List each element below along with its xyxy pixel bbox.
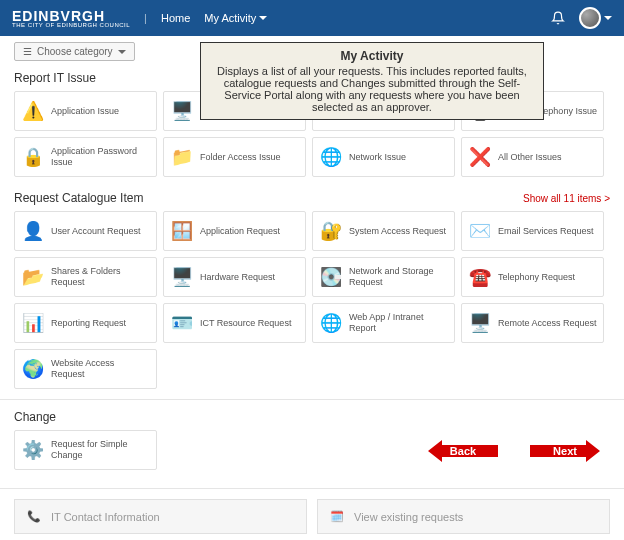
nav-my-activity[interactable]: My Activity <box>204 12 267 24</box>
change-label: Request for Simple Change <box>51 439 150 461</box>
footer-view-existing-label: View existing requests <box>354 511 463 523</box>
request-icon: 🌍 <box>21 357 45 381</box>
report-label: Network Issue <box>349 152 406 163</box>
app-header: EDINBVRGH THE CITY OF EDINBURGH COUNCIL … <box>0 0 624 36</box>
report-icon: ⚠️ <box>21 99 45 123</box>
back-label: Back <box>450 445 476 457</box>
report-card[interactable]: 🔒Application Password Issue <box>14 137 157 177</box>
list-icon: 🗓️ <box>330 510 344 523</box>
request-label: System Access Request <box>349 226 446 237</box>
next-label: Next <box>553 445 577 457</box>
request-label: ICT Resource Request <box>200 318 291 329</box>
request-icon: 📂 <box>21 265 45 289</box>
request-icon: 🌐 <box>319 311 343 335</box>
request-label: Application Request <box>200 226 280 237</box>
request-card[interactable]: 🌍Website Access Request <box>14 349 157 389</box>
request-card[interactable]: 🖥️Hardware Request <box>163 257 306 297</box>
avatar <box>579 7 601 29</box>
request-icon: 🔐 <box>319 219 343 243</box>
request-label: Network and Storage Request <box>349 266 448 288</box>
request-label: User Account Request <box>51 226 141 237</box>
section-request: Request Catalogue Item Show all 11 items… <box>0 187 624 399</box>
request-label: Website Access Request <box>51 358 150 380</box>
show-all-link[interactable]: Show all 11 items > <box>523 193 610 204</box>
request-card[interactable]: 🌐Web App / Intranet Report <box>312 303 455 343</box>
request-card[interactable]: 👤User Account Request <box>14 211 157 251</box>
request-icon: ☎️ <box>468 265 492 289</box>
request-icon: 🪪 <box>170 311 194 335</box>
caret-down-icon <box>259 16 267 20</box>
request-label: Reporting Request <box>51 318 126 329</box>
user-menu[interactable] <box>579 7 612 29</box>
lines-icon: ☰ <box>23 46 32 57</box>
tooltip-body: Displays a list of all your requests. Th… <box>209 65 535 113</box>
request-card[interactable]: ☎️Telephony Request <box>461 257 604 297</box>
next-button[interactable]: Next <box>530 440 600 462</box>
section-title-change: Change <box>14 410 56 424</box>
report-icon: 🔒 <box>21 145 45 169</box>
request-icon: 👤 <box>21 219 45 243</box>
logo: EDINBVRGH THE CITY OF EDINBURGH COUNCIL <box>12 8 130 28</box>
request-card[interactable]: 🖥️Remote Access Request <box>461 303 604 343</box>
header-right <box>551 7 612 29</box>
request-card[interactable]: 🔐System Access Request <box>312 211 455 251</box>
back-button[interactable]: Back <box>428 440 498 462</box>
request-label: Web App / Intranet Report <box>349 312 448 334</box>
change-icon: ⚙️ <box>21 438 45 462</box>
request-card[interactable]: 📂Shares & Folders Request <box>14 257 157 297</box>
main-nav: | Home My Activity <box>144 12 267 24</box>
footer-row: 📞 IT Contact Information 🗓️ View existin… <box>0 488 624 540</box>
report-label: Application Issue <box>51 106 119 117</box>
section-title-report: Report IT Issue <box>14 71 96 85</box>
nav-separator: | <box>144 12 147 24</box>
report-label: Folder Access Issue <box>200 152 281 163</box>
request-label: Telephony Request <box>498 272 575 283</box>
request-icon: 🖥️ <box>170 265 194 289</box>
caret-down-icon <box>604 16 612 20</box>
report-icon: ❌ <box>468 145 492 169</box>
report-card[interactable]: ❌All Other Issues <box>461 137 604 177</box>
report-label: Application Password Issue <box>51 146 150 168</box>
nav-my-activity-label: My Activity <box>204 12 256 24</box>
bell-icon[interactable] <box>551 11 565 25</box>
category-label: Choose category <box>37 46 113 57</box>
footer-view-existing[interactable]: 🗓️ View existing requests <box>317 499 610 534</box>
change-card[interactable]: ⚙️Request for Simple Change <box>14 430 157 470</box>
report-card[interactable]: 📁Folder Access Issue <box>163 137 306 177</box>
request-card[interactable]: 🪪ICT Resource Request <box>163 303 306 343</box>
footer-contact-label: IT Contact Information <box>51 511 160 523</box>
request-card[interactable]: 📊Reporting Request <box>14 303 157 343</box>
category-dropdown[interactable]: ☰ Choose category <box>14 42 135 61</box>
tooltip-title: My Activity <box>209 49 535 63</box>
request-icon: 💽 <box>319 265 343 289</box>
report-card[interactable]: 🌐Network Issue <box>312 137 455 177</box>
request-icon: ✉️ <box>468 219 492 243</box>
request-icon: 🪟 <box>170 219 194 243</box>
request-card[interactable]: ✉️Email Services Request <box>461 211 604 251</box>
caret-down-icon <box>118 50 126 54</box>
report-card[interactable]: ⚠️Application Issue <box>14 91 157 131</box>
footer-contact[interactable]: 📞 IT Contact Information <box>14 499 307 534</box>
my-activity-tooltip: My Activity Displays a list of all your … <box>200 42 544 120</box>
request-card[interactable]: 💽Network and Storage Request <box>312 257 455 297</box>
report-icon: 🖥️ <box>170 99 194 123</box>
grid-change: ⚙️Request for Simple Change <box>14 430 610 470</box>
request-icon: 📊 <box>21 311 45 335</box>
request-label: Hardware Request <box>200 272 275 283</box>
grid-request: 👤User Account Request🪟Application Reques… <box>14 211 610 389</box>
phone-icon: 📞 <box>27 510 41 523</box>
request-label: Shares & Folders Request <box>51 266 150 288</box>
request-label: Remote Access Request <box>498 318 597 329</box>
report-icon: 🌐 <box>319 145 343 169</box>
report-icon: 📁 <box>170 145 194 169</box>
logo-subtext: THE CITY OF EDINBURGH COUNCIL <box>12 22 130 28</box>
report-label: All Other Issues <box>498 152 562 163</box>
request-icon: 🖥️ <box>468 311 492 335</box>
request-label: Email Services Request <box>498 226 594 237</box>
request-card[interactable]: 🪟Application Request <box>163 211 306 251</box>
nav-home[interactable]: Home <box>161 12 190 24</box>
section-title-request: Request Catalogue Item <box>14 191 143 205</box>
